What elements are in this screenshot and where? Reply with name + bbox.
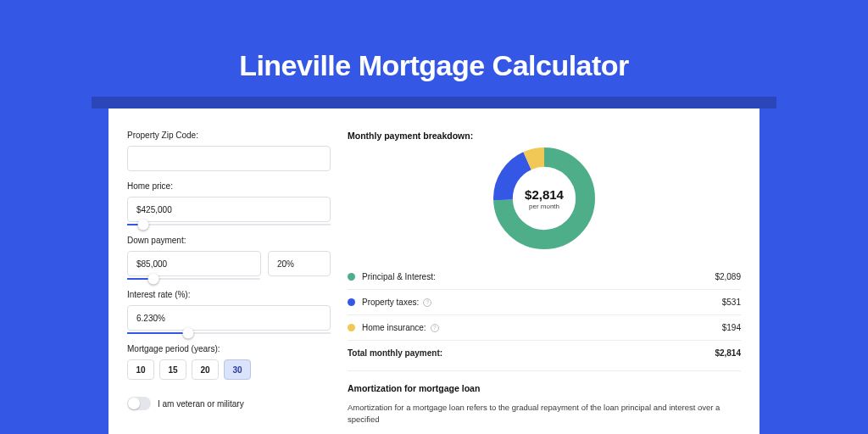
- donut-amount: $2,814: [525, 187, 564, 202]
- legend-value: $2,089: [715, 272, 741, 281]
- legend-row: Principal & Interest:$2,089: [348, 264, 741, 289]
- interest-slider[interactable]: [127, 332, 331, 334]
- period-label: Mortgage period (years):: [127, 344, 331, 353]
- interest-slider-thumb[interactable]: [183, 328, 194, 339]
- breakdown-legend: Principal & Interest:$2,089Property taxe…: [348, 264, 741, 340]
- veteran-row: I am veteran or military: [127, 397, 331, 410]
- period-buttons: 10152030: [127, 359, 331, 380]
- home-price-slider[interactable]: [127, 224, 331, 225]
- zip-label: Property Zip Code:: [127, 131, 331, 140]
- amortization-body: Amortization for a mortgage loan refers …: [348, 402, 741, 426]
- legend-label: Principal & Interest:: [362, 272, 436, 281]
- donut-sub: per month: [525, 203, 564, 210]
- legend-label: Property taxes:?: [362, 298, 431, 307]
- veteran-label: I am veteran or military: [158, 399, 244, 409]
- down-payment-pct-input[interactable]: [268, 251, 331, 276]
- legend-label: Home insurance:?: [362, 323, 439, 332]
- info-icon[interactable]: ?: [423, 298, 431, 307]
- amortization-title: Amortization for mortgage loan: [348, 383, 741, 393]
- legend-row: Property taxes:?$531: [348, 289, 741, 314]
- home-price-group: Home price:: [127, 181, 331, 225]
- period-button-30[interactable]: 30: [224, 359, 251, 380]
- page-title: Lineville Mortgage Calculator: [0, 0, 868, 82]
- home-price-input[interactable]: [127, 197, 331, 222]
- calculator-card: Property Zip Code: Home price: Down paym…: [108, 108, 760, 434]
- amortization-section: Amortization for mortgage loan Amortizat…: [348, 370, 741, 426]
- interest-group: Interest rate (%):: [127, 290, 331, 334]
- zip-input[interactable]: [127, 146, 331, 171]
- legend-value: $531: [722, 298, 741, 307]
- down-payment-slider-thumb[interactable]: [148, 274, 159, 285]
- form-column: Property Zip Code: Home price: Down paym…: [127, 131, 331, 434]
- down-payment-input[interactable]: [127, 251, 261, 276]
- down-payment-slider[interactable]: [127, 278, 260, 280]
- donut-center: $2,814 per month: [525, 187, 564, 210]
- legend-value: $194: [722, 323, 741, 332]
- interest-label: Interest rate (%):: [127, 290, 331, 299]
- legend-row: Home insurance:?$194: [348, 314, 741, 340]
- interest-input[interactable]: [127, 305, 331, 331]
- veteran-toggle[interactable]: [127, 397, 151, 410]
- zip-group: Property Zip Code:: [127, 131, 331, 171]
- veteran-toggle-knob: [128, 398, 140, 409]
- period-button-15[interactable]: 15: [159, 359, 186, 380]
- period-button-10[interactable]: 10: [127, 359, 154, 380]
- info-icon[interactable]: ?: [431, 324, 439, 332]
- down-payment-label: Down payment:: [127, 236, 331, 245]
- total-row: Total monthly payment: $2,814: [348, 340, 741, 365]
- breakdown-title: Monthly payment breakdown:: [348, 131, 741, 141]
- card-shadow: [92, 97, 776, 108]
- period-group: Mortgage period (years): 10152030: [127, 344, 331, 380]
- total-label: Total monthly payment:: [348, 348, 442, 358]
- total-value: $2,814: [715, 348, 741, 358]
- down-payment-group: Down payment:: [127, 236, 331, 280]
- legend-swatch: [348, 298, 355, 306]
- home-price-slider-thumb[interactable]: [138, 220, 149, 231]
- legend-swatch: [348, 324, 355, 331]
- legend-swatch: [348, 273, 355, 281]
- breakdown-column: Monthly payment breakdown: $2,814 per mo…: [348, 131, 741, 434]
- home-price-label: Home price:: [127, 181, 331, 191]
- donut-chart: $2,814 per month: [493, 147, 595, 249]
- period-button-20[interactable]: 20: [192, 359, 219, 380]
